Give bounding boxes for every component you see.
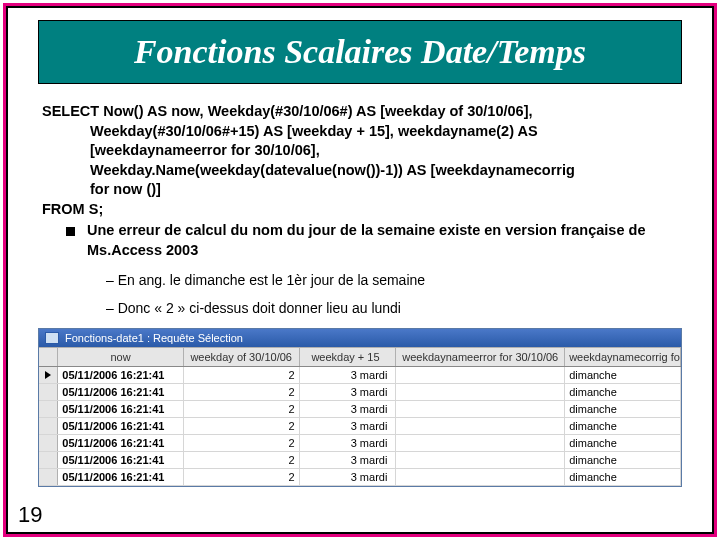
- sql-line-3: [weekdaynameerror for 30/10/06],: [90, 141, 678, 161]
- sql-line-5: for now ()]: [90, 180, 678, 200]
- col-header-weekday: weekday of 30/10/06: [184, 348, 300, 366]
- cell-corr: dimanche: [565, 435, 681, 451]
- square-bullet-icon: [66, 227, 75, 236]
- cell-wk15: 3 mardi: [300, 384, 397, 400]
- cell-wk15: 3 mardi: [300, 452, 397, 468]
- cell-wk: 2: [184, 435, 300, 451]
- sub-bullet-1: – En ang. le dimanche est le 1èr jour de…: [106, 271, 678, 290]
- col-header-error: weekdaynameerror for 30/10/06: [396, 348, 565, 366]
- cell-wk: 2: [184, 452, 300, 468]
- cell-err: [396, 418, 565, 434]
- cell-wk15: 3 mardi: [300, 418, 397, 434]
- table-row: 05/11/2006 16:21:4123 mardidimanche: [39, 418, 681, 435]
- row-selector: [39, 418, 58, 434]
- cell-now: 05/11/2006 16:21:41: [58, 469, 183, 485]
- window-titlebar: Fonctions-date1 : Requête Sélection: [39, 329, 681, 347]
- cell-wk: 2: [184, 367, 300, 383]
- cell-err: [396, 435, 565, 451]
- row-selector: [39, 452, 58, 468]
- cell-now: 05/11/2006 16:21:41: [58, 435, 183, 451]
- cell-corr: dimanche: [565, 452, 681, 468]
- cell-corr: dimanche: [565, 384, 681, 400]
- query-window-icon: [45, 332, 59, 344]
- table-row: 05/11/2006 16:21:4123 mardidimanche: [39, 367, 681, 384]
- table-row: 05/11/2006 16:21:4123 mardidimanche: [39, 469, 681, 486]
- slide-inner-frame: Fonctions Scalaires Date/Temps SELECT No…: [6, 6, 714, 534]
- cell-err: [396, 367, 565, 383]
- body-content: SELECT Now() AS now, Weekday(#30/10/06#)…: [8, 84, 712, 318]
- access-query-window: Fonctions-date1 : Requête Sélection now …: [38, 328, 682, 487]
- table-row: 05/11/2006 16:21:4123 mardidimanche: [39, 401, 681, 418]
- slide-number: 19: [18, 502, 42, 528]
- cell-err: [396, 452, 565, 468]
- window-title-text: Fonctions-date1 : Requête Sélection: [65, 332, 243, 344]
- row-selector: [39, 469, 58, 485]
- cell-now: 05/11/2006 16:21:41: [58, 452, 183, 468]
- col-header-corrig: weekdaynamecorrig for now (): [565, 348, 681, 366]
- table-row: 05/11/2006 16:21:4123 mardidimanche: [39, 452, 681, 469]
- grid-header-row: now weekday of 30/10/06 weekday + 15 wee…: [39, 347, 681, 367]
- row-selector: [39, 401, 58, 417]
- cell-wk: 2: [184, 418, 300, 434]
- bullet-item: Une erreur de calcul du nom du jour de l…: [42, 221, 678, 260]
- cell-now: 05/11/2006 16:21:41: [58, 401, 183, 417]
- cell-wk15: 3 mardi: [300, 469, 397, 485]
- cell-corr: dimanche: [565, 469, 681, 485]
- sql-line-6: FROM S;: [42, 200, 678, 220]
- col-header-now: now: [58, 348, 183, 366]
- cell-wk15: 3 mardi: [300, 435, 397, 451]
- sql-line-1: SELECT Now() AS now, Weekday(#30/10/06#)…: [42, 102, 678, 122]
- cell-err: [396, 469, 565, 485]
- cell-now: 05/11/2006 16:21:41: [58, 418, 183, 434]
- cell-err: [396, 384, 565, 400]
- sql-line-2: Weekday(#30/10/06#+15) AS [weekday + 15]…: [90, 122, 678, 142]
- cell-err: [396, 401, 565, 417]
- grid-body: 05/11/2006 16:21:4123 mardidimanche05/11…: [39, 367, 681, 486]
- slide-title: Fonctions Scalaires Date/Temps: [53, 33, 667, 71]
- table-row: 05/11/2006 16:21:4123 mardidimanche: [39, 384, 681, 401]
- cell-now: 05/11/2006 16:21:41: [58, 367, 183, 383]
- row-selector: [39, 384, 58, 400]
- cell-wk15: 3 mardi: [300, 401, 397, 417]
- sql-line-4: Weekday.Name(weekday(datevalue(now())-1)…: [90, 161, 678, 181]
- cell-corr: dimanche: [565, 401, 681, 417]
- bullet-text: Une erreur de calcul du nom du jour de l…: [87, 221, 678, 260]
- col-header-weekday15: weekday + 15: [300, 348, 397, 366]
- cell-wk: 2: [184, 384, 300, 400]
- row-selector: [39, 367, 58, 383]
- cell-now: 05/11/2006 16:21:41: [58, 384, 183, 400]
- sub-bullet-2: – Donc « 2 » ci-dessus doit donner lieu …: [106, 299, 678, 318]
- cell-corr: dimanche: [565, 418, 681, 434]
- cell-wk15: 3 mardi: [300, 367, 397, 383]
- cell-corr: dimanche: [565, 367, 681, 383]
- cell-wk: 2: [184, 469, 300, 485]
- table-row: 05/11/2006 16:21:4123 mardidimanche: [39, 435, 681, 452]
- row-selector: [39, 435, 58, 451]
- row-selector-header: [39, 348, 58, 366]
- cell-wk: 2: [184, 401, 300, 417]
- title-box: Fonctions Scalaires Date/Temps: [38, 20, 682, 84]
- current-row-icon: [45, 371, 51, 379]
